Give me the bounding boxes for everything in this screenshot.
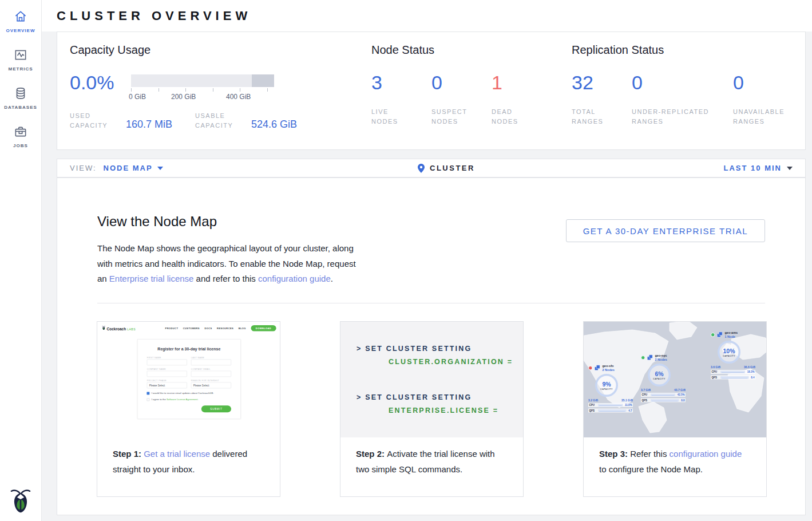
capacity-gauge: 9% CAPACITY [595, 374, 618, 397]
enterprise-trial-license-link[interactable]: Enterprise trial license [109, 274, 194, 283]
capacity-axis-ticks [131, 87, 274, 92]
submit-button[interactable]: SUBMIT [201, 405, 231, 412]
node-count: 2 Nodes [603, 368, 615, 372]
cpu-label: CPU [712, 370, 719, 373]
node-map-heading: View the Node Map [97, 214, 217, 230]
cockroach-bug-icon [102, 326, 106, 330]
cpu-value: 42.5% [678, 393, 685, 396]
sidebar-item-jobs[interactable]: JOBS [0, 115, 41, 153]
project-phase-select[interactable]: Please Select [147, 382, 187, 389]
sidebar-item-databases[interactable]: DATABASES [0, 77, 41, 115]
last-name-label: LAST NAME [191, 357, 231, 359]
time-range-value: LAST 10 MIN [724, 164, 782, 172]
capacity-percent: 6% [655, 370, 663, 377]
get-trial-license-link[interactable]: Get a trial license [144, 449, 210, 459]
map-node-geo-sfo[interactable]: geo-sfo 2 Nodes 9% CAPACITY 3.2 GiB 35.1… [588, 364, 645, 413]
nav-docs[interactable]: DOCS [204, 327, 212, 330]
node-status-dot-green [711, 333, 715, 337]
map-node-geo-nyc[interactable]: geo-nyc 2 Nodes 6% CAPACITY 3.7 GiB 43.7… [641, 354, 698, 402]
download-button[interactable]: DOWNLOAD [251, 325, 276, 331]
qps-label: QPS [712, 376, 719, 379]
company-email-field[interactable] [191, 371, 231, 377]
step1-prefix: Step 1: [113, 449, 144, 459]
cpu-sparkline [651, 393, 675, 396]
axis-label-400: 400 GiB [226, 93, 251, 101]
replication-status-section: Replication Status 32 TOTAL RANGES 0 UND… [572, 44, 805, 149]
capacity-bar-used-segment [252, 74, 274, 87]
live-nodes-value: 3 [371, 72, 431, 93]
description-text: . [331, 274, 333, 283]
brand-name: Cockroach [107, 327, 126, 331]
under-replicated-label: UNDER-REPLICATED RANGES [632, 107, 723, 127]
sidebar-item-metrics[interactable]: METRICS [0, 38, 41, 77]
email-updates-label: I would like to receive email updates ab… [152, 392, 214, 394]
cockroachdb-logo-icon [10, 487, 31, 513]
metrics-icon [13, 48, 28, 62]
capacity-percent: 0.0% [70, 72, 131, 102]
email-updates-checkbox-row: I would like to receive email updates ab… [147, 392, 231, 394]
under-replicated-value: 0 [632, 72, 733, 93]
used-capacity: 3.2 GiB [588, 398, 598, 402]
software-license-link[interactable]: Software License Agreement [167, 398, 197, 401]
usable-capacity-label: USABLE CAPACITY [195, 111, 243, 131]
chevron-down-icon [787, 167, 793, 170]
cpu-label: CPU [589, 404, 596, 406]
step2-prefix: Step 2: [356, 449, 387, 459]
used-capacity-label: USED CAPACITY [70, 111, 118, 131]
configuration-guide-link[interactable]: configuration guide [258, 274, 331, 283]
unavailable-ranges-stat: 0 UNAVAILABLE RANGES [733, 72, 796, 127]
trial-site-mock: Cockroach LABS PRODUCT CUSTOMERS DOCS RE… [97, 322, 280, 437]
sidebar-item-overview[interactable]: OVERVIEW [0, 0, 41, 38]
nav-customers[interactable]: CUSTOMERS [183, 327, 200, 330]
view-selector-value: NODE MAP [104, 164, 153, 172]
database-icon [13, 86, 28, 101]
configuration-guide-link[interactable]: configuration guide [670, 449, 742, 459]
axis-label-0: 0 GiB [129, 93, 146, 101]
description-text: and refer to this [193, 274, 258, 283]
enterprise-trial-button[interactable]: GET A 30-DAY ENTERPRISE TRIAL [566, 219, 765, 242]
first-name-field[interactable] [147, 360, 187, 366]
node-count: 1 Node [725, 335, 738, 339]
trial-register-form: Register for a 30-day trial license FIRS… [137, 340, 240, 419]
qps-label: QPS [589, 409, 596, 412]
sidebar-item-label: METRICS [9, 66, 33, 72]
node-map-card: View the Node Map The Node Map shows the… [57, 177, 806, 515]
qps-label: QPS [642, 399, 649, 402]
sql-command-2: > SET CLUSTER SETTING [357, 393, 523, 401]
step3-prefix: Step 3: [599, 449, 630, 459]
view-selector-dropdown[interactable]: NODE MAP [104, 164, 163, 172]
used-capacity: 3.7 GiB [641, 388, 651, 392]
nav-resources[interactable]: RESOURCES [217, 327, 233, 330]
time-range-dropdown[interactable]: LAST 10 MIN [724, 164, 793, 172]
node-status-section: Node Status 3 LIVE NODES 0 SUSPECT NODES… [371, 44, 572, 149]
last-name-field[interactable] [191, 360, 231, 366]
capacity-percent: 10% [723, 348, 735, 354]
license-agreement-label: I agree to the Software License Agreemen… [152, 398, 199, 401]
content-area: Capacity Usage 0.0% 0 GiB 200 GiB 400 Gi… [42, 31, 812, 521]
map-node-geo-ams[interactable]: geo-ams 1 Node 10% CAPACITY 3.6 GiB 36.6… [711, 331, 766, 380]
step3-caption: Step 3: Refer this configuration guide t… [584, 437, 766, 496]
section-divider [97, 303, 765, 303]
capacity-percent: 9% [602, 381, 611, 388]
cluster-label: CLUSTER [430, 164, 475, 172]
company-name-field[interactable] [147, 371, 187, 377]
step1-screenshot: Cockroach LABS PRODUCT CUSTOMERS DOCS RE… [97, 322, 280, 437]
cockroach-labs-logo: Cockroach LABS [102, 326, 136, 331]
capacity-usage-title: Capacity Usage [70, 44, 371, 57]
reason-select[interactable]: Please Select [191, 382, 231, 389]
nav-blog[interactable]: BLOG [239, 327, 246, 330]
license-agreement-checkbox[interactable] [147, 398, 150, 401]
nav-product[interactable]: PRODUCT [165, 327, 179, 330]
total-capacity: 35.1 GiB [621, 398, 633, 402]
qps-value: 4.7 [628, 409, 632, 412]
total-capacity: 36.6 GiB [744, 365, 755, 369]
email-updates-checkbox[interactable] [147, 392, 150, 394]
sidebar: OVERVIEW METRICS DATABASES JOBS [0, 0, 42, 521]
under-replicated-ranges-stat: 0 UNDER-REPLICATED RANGES [632, 72, 733, 127]
cluster-breadcrumb: CLUSTER [418, 164, 475, 173]
capacity-label: CAPACITY [723, 355, 735, 357]
capacity-gauge: 6% CAPACITY [648, 364, 671, 386]
cpu-value: 11.0% [625, 404, 632, 406]
qps-value: 8.4 [751, 376, 754, 379]
cluster-summary-card: Capacity Usage 0.0% 0 GiB 200 GiB 400 Gi… [57, 31, 806, 150]
